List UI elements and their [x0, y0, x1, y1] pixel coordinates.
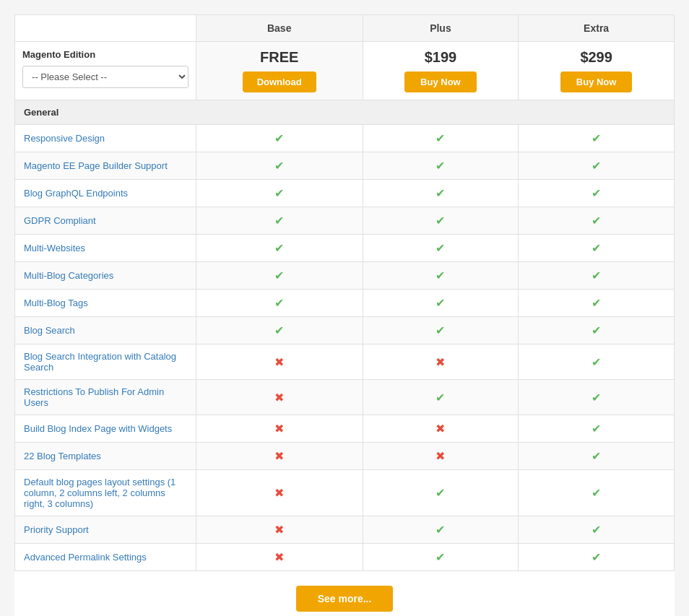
check-icon: ✔ [592, 551, 601, 563]
check-icon: ✔ [436, 487, 445, 499]
check-icon: ✔ [592, 214, 601, 227]
check-icon: ✔ [592, 422, 601, 435]
plan-base-header: Base [196, 15, 363, 42]
plan-extra-header: Extra [519, 15, 675, 42]
check-icon: ✔ [592, 524, 601, 536]
edition-label: Magento Edition [22, 49, 188, 60]
feature-name: Default blog pages layout settings (1 co… [24, 477, 176, 509]
check-icon: ✔ [592, 297, 601, 309]
table-row: 22 Blog Templates✖✖✔ [15, 443, 675, 470]
table-row: Blog Search Integration with Catalog Sea… [15, 344, 675, 380]
cross-icon: ✖ [274, 391, 284, 404]
plus-buy-button[interactable]: Buy Now [404, 71, 477, 92]
check-icon: ✔ [436, 297, 445, 309]
check-icon: ✔ [436, 160, 445, 172]
feature-name: Multi-Websites [24, 243, 85, 253]
edition-select[interactable]: -- Please Select -- Magento 2 Open Sourc… [22, 66, 188, 88]
cross-icon: ✖ [274, 450, 284, 462]
table-row: Advanced Permalink Settings✖✔✔ [15, 544, 675, 571]
extra-price: $299 [526, 49, 667, 66]
cross-icon: ✖ [274, 524, 284, 536]
check-icon: ✔ [592, 356, 601, 368]
cross-icon: ✖ [274, 551, 284, 563]
check-icon: ✔ [274, 324, 284, 337]
check-icon: ✔ [592, 269, 601, 282]
check-icon: ✔ [436, 269, 445, 282]
see-more-button[interactable]: See more... [296, 586, 394, 612]
table-row: GDPR Compliant✔✔✔ [15, 207, 675, 235]
table-row: Responsive Design✔✔✔ [15, 125, 675, 152]
download-button[interactable]: Download [243, 71, 316, 92]
section-general: General [15, 100, 675, 125]
cross-icon: ✖ [436, 450, 445, 462]
check-icon: ✔ [592, 487, 601, 499]
table-row: Magento EE Page Builder Support✔✔✔ [15, 152, 675, 180]
feature-name: Blog GraphQL Endpoints [24, 188, 128, 199]
check-icon: ✔ [436, 242, 445, 254]
feature-name: 22 Blog Templates [24, 451, 101, 461]
check-icon: ✔ [274, 269, 284, 282]
check-icon: ✔ [436, 214, 445, 227]
check-icon: ✔ [592, 242, 601, 254]
check-icon: ✔ [274, 242, 284, 254]
cross-icon: ✖ [274, 422, 284, 435]
table-row: Priority Support✖✔✔ [15, 516, 675, 544]
check-icon: ✔ [436, 324, 445, 337]
check-icon: ✔ [436, 551, 445, 563]
extra-buy-button[interactable]: Buy Now [560, 71, 633, 92]
check-icon: ✔ [592, 132, 601, 144]
table-row: Multi-Blog Tags✔✔✔ [15, 290, 675, 317]
check-icon: ✔ [436, 524, 445, 536]
cross-icon: ✖ [436, 422, 445, 435]
check-icon: ✔ [274, 132, 284, 144]
check-icon: ✔ [274, 160, 284, 172]
feature-name: Multi-Blog Categories [24, 270, 113, 281]
feature-name: Responsive Design [24, 133, 105, 144]
feature-name: Magento EE Page Builder Support [24, 160, 168, 171]
check-icon: ✔ [436, 132, 445, 144]
feature-name: Build Blog Index Page with Widgets [24, 423, 172, 434]
table-row: Multi-Websites✔✔✔ [15, 235, 675, 262]
feature-name: GDPR Compliant [24, 215, 96, 226]
feature-name: Blog Search Integration with Catalog Sea… [24, 351, 176, 373]
table-row: Blog Search✔✔✔ [15, 317, 675, 344]
check-icon: ✔ [592, 391, 601, 404]
check-icon: ✔ [274, 187, 284, 199]
check-icon: ✔ [436, 391, 445, 404]
cross-icon: ✖ [436, 356, 445, 368]
cross-icon: ✖ [274, 356, 284, 368]
plus-price: $199 [370, 49, 511, 66]
feature-name: Multi-Blog Tags [24, 298, 88, 308]
table-row: Build Blog Index Page with Widgets✖✖✔ [15, 415, 675, 443]
check-icon: ✔ [592, 160, 601, 172]
table-row: Blog GraphQL Endpoints✔✔✔ [15, 180, 675, 207]
check-icon: ✔ [592, 324, 601, 337]
cross-icon: ✖ [274, 487, 284, 499]
plan-plus-header: Plus [363, 15, 519, 42]
check-icon: ✔ [436, 187, 445, 199]
check-icon: ✔ [592, 187, 601, 199]
feature-name: Restrictions To Publish For Admin Users [24, 386, 164, 408]
table-row: Restrictions To Publish For Admin Users✖… [15, 380, 675, 415]
table-row: Default blog pages layout settings (1 co… [15, 470, 675, 516]
base-price: FREE [204, 49, 355, 66]
check-icon: ✔ [274, 214, 284, 227]
feature-name: Priority Support [24, 524, 89, 535]
check-icon: ✔ [592, 450, 601, 462]
feature-name: Advanced Permalink Settings [24, 552, 147, 563]
table-row: Multi-Blog Categories✔✔✔ [15, 262, 675, 290]
check-icon: ✔ [274, 297, 284, 309]
feature-name: Blog Search [24, 325, 75, 336]
